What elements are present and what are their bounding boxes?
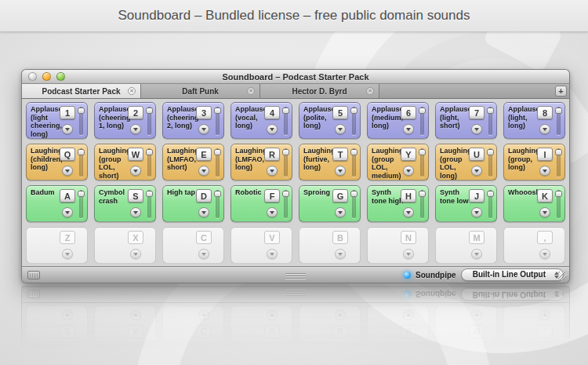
- sound-button[interactable]: Badum A: [26, 185, 88, 222]
- sound-button[interactable]: Applause (polite, long) 5: [299, 102, 361, 139]
- volume-slider-thumb[interactable]: [350, 108, 358, 114]
- volume-slider-thumb[interactable]: [350, 149, 358, 155]
- volume-slider-thumb[interactable]: [419, 191, 426, 197]
- options-dropdown-button[interactable]: [335, 124, 346, 134]
- options-dropdown-button[interactable]: [267, 124, 278, 134]
- sound-button[interactable]: Synth tone low J: [435, 185, 497, 222]
- volume-slider[interactable]: [216, 190, 220, 218]
- volume-slider[interactable]: [420, 107, 424, 135]
- volume-slider-thumb[interactable]: [214, 191, 221, 197]
- volume-slider-thumb[interactable]: [214, 149, 221, 155]
- options-dropdown-button[interactable]: [403, 207, 414, 217]
- sound-button[interactable]: High tap D: [162, 185, 224, 222]
- volume-slider[interactable]: [420, 190, 424, 218]
- volume-slider-thumb[interactable]: [350, 191, 358, 197]
- sound-button[interactable]: C: [162, 227, 224, 264]
- volume-slider-thumb[interactable]: [555, 149, 562, 155]
- volume-slider-thumb[interactable]: [282, 108, 289, 114]
- sound-button[interactable]: Synth tone high H: [367, 185, 429, 222]
- options-dropdown-button[interactable]: [267, 207, 278, 217]
- volume-slider[interactable]: [79, 148, 83, 177]
- volume-slider[interactable]: [147, 190, 151, 218]
- volume-slider-thumb[interactable]: [78, 191, 85, 197]
- sound-button[interactable]: Applause (vocal, long) 4: [230, 102, 292, 139]
- options-dropdown-button[interactable]: [539, 249, 550, 259]
- volume-slider-thumb[interactable]: [282, 191, 289, 197]
- volume-slider[interactable]: [284, 107, 288, 135]
- options-dropdown-button[interactable]: [539, 207, 550, 217]
- volume-slider-thumb[interactable]: [78, 149, 85, 155]
- volume-slider-thumb[interactable]: [282, 149, 289, 155]
- output-device-select[interactable]: Built-in Line Output: [461, 268, 564, 281]
- options-dropdown-button[interactable]: [403, 166, 414, 176]
- options-dropdown-button[interactable]: [471, 166, 482, 176]
- volume-slider-thumb[interactable]: [419, 108, 426, 114]
- sound-button[interactable]: Laughing (group, long) I: [503, 144, 565, 181]
- sound-button[interactable]: Applause (cheering 2, long) 3: [162, 102, 224, 139]
- volume-slider[interactable]: [79, 190, 83, 218]
- sound-button[interactable]: Laughing (group LOL, long) U: [435, 144, 497, 181]
- sound-button[interactable]: Laughing (children, long) Q: [26, 144, 88, 181]
- sound-button[interactable]: B: [299, 227, 361, 264]
- options-dropdown-button[interactable]: [130, 207, 141, 217]
- volume-slider-thumb[interactable]: [146, 108, 153, 114]
- sound-button[interactable]: Cymbol crash S: [94, 185, 156, 222]
- options-dropdown-button[interactable]: [539, 124, 550, 134]
- volume-slider[interactable]: [216, 107, 220, 135]
- volume-slider-thumb[interactable]: [214, 108, 221, 114]
- options-dropdown-button[interactable]: [62, 166, 73, 176]
- sound-button[interactable]: Applause (medium, long) 6: [367, 102, 429, 139]
- options-dropdown-button[interactable]: [130, 166, 141, 176]
- sound-button[interactable]: Applause (light, long) 8: [503, 102, 565, 139]
- volume-slider-thumb[interactable]: [555, 191, 562, 197]
- options-dropdown-button[interactable]: [62, 124, 73, 134]
- tab-close-icon[interactable]: ×: [128, 87, 136, 95]
- keyboard-icon[interactable]: [27, 271, 40, 279]
- volume-slider-thumb[interactable]: [487, 149, 494, 155]
- volume-slider[interactable]: [557, 107, 561, 135]
- sound-button[interactable]: V: [230, 227, 292, 264]
- options-dropdown-button[interactable]: [335, 166, 346, 176]
- volume-slider[interactable]: [147, 148, 151, 177]
- options-dropdown-button[interactable]: [471, 249, 482, 259]
- tab-daft-punk[interactable]: Daft Punk ×: [141, 84, 260, 98]
- options-dropdown-button[interactable]: [198, 166, 209, 176]
- options-dropdown-button[interactable]: [267, 166, 278, 176]
- volume-slider[interactable]: [284, 190, 288, 218]
- sound-button[interactable]: Whooosh K: [503, 185, 565, 222]
- volume-slider[interactable]: [216, 148, 220, 177]
- options-dropdown-button[interactable]: [198, 207, 209, 217]
- options-dropdown-button[interactable]: [62, 207, 73, 217]
- sound-button[interactable]: Applause (light cheering, long) 1: [26, 102, 88, 139]
- sound-button[interactable]: N: [367, 227, 429, 264]
- options-dropdown-button[interactable]: [198, 124, 209, 134]
- volume-slider[interactable]: [352, 190, 356, 218]
- sound-button[interactable]: M: [435, 227, 497, 264]
- options-dropdown-button[interactable]: [403, 124, 414, 134]
- options-dropdown-button[interactable]: [130, 124, 141, 134]
- options-dropdown-button[interactable]: [403, 249, 414, 259]
- volume-slider[interactable]: [557, 190, 561, 218]
- volume-slider-thumb[interactable]: [146, 191, 153, 197]
- tab-close-icon[interactable]: ×: [247, 87, 255, 95]
- sound-button[interactable]: X: [94, 227, 156, 264]
- sound-button[interactable]: Laughing (LMFAO, long) R: [230, 144, 292, 181]
- volume-slider-thumb[interactable]: [146, 149, 153, 155]
- resize-grip-icon[interactable]: [558, 272, 567, 280]
- tab-podcast-starter-pack[interactable]: Podcast Starter Pack ×: [22, 84, 141, 98]
- options-dropdown-button[interactable]: [198, 249, 209, 259]
- window-titlebar[interactable]: Soundboard – Podcast Starter Pack: [21, 69, 570, 84]
- volume-slider[interactable]: [352, 107, 356, 135]
- volume-slider[interactable]: [147, 107, 151, 135]
- options-dropdown-button[interactable]: [539, 166, 550, 176]
- sound-button[interactable]: Applause (light, short) 7: [435, 102, 497, 139]
- volume-slider-thumb[interactable]: [419, 149, 426, 155]
- volume-slider[interactable]: [557, 148, 561, 177]
- options-dropdown-button[interactable]: [335, 249, 346, 259]
- new-tab-button[interactable]: +: [555, 86, 567, 97]
- options-dropdown-button[interactable]: [267, 249, 278, 259]
- options-dropdown-button[interactable]: [471, 124, 482, 134]
- sound-button[interactable]: Laughing (LMFAO, short) E: [162, 144, 224, 181]
- options-dropdown-button[interactable]: [130, 249, 141, 259]
- volume-slider-thumb[interactable]: [487, 191, 494, 197]
